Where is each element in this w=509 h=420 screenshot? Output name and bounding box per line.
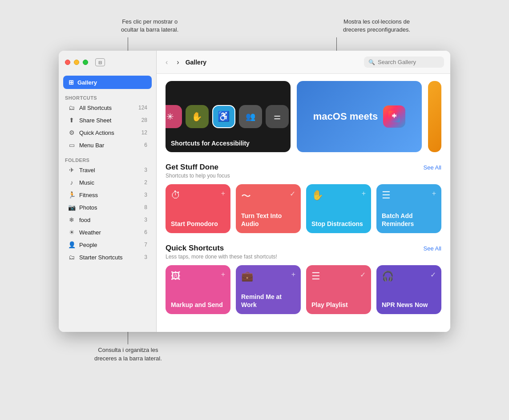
music-label: Music <box>79 179 141 186</box>
accessibility-icon-1: ✳ <box>166 105 182 128</box>
get-stuff-done-see-all[interactable]: See All <box>424 164 441 171</box>
hero-row: ✳ ✋ ♿ 👥 ⚌ + Shortcuts for Accessibility … <box>166 81 441 152</box>
gallery-content: ✳ ✋ ♿ 👥 ⚌ + Shortcuts for Accessibility … <box>157 74 450 332</box>
pomodoro-icon: ⏱ <box>171 190 181 201</box>
bottom-annotation-container: Consulta i organitza les dreceres a la b… <box>59 332 450 362</box>
sidebar-item-menu-bar[interactable]: ▭ Menu Bar 6 <box>61 139 154 151</box>
sidebar-item-food[interactable]: ❄ food 3 <box>61 214 154 226</box>
npr-action: ✓ <box>430 271 436 279</box>
sidebar-item-music[interactable]: ♪ Music 2 <box>61 177 154 188</box>
fitness-icon: 🏃 <box>68 191 76 198</box>
search-icon: 🔍 <box>368 59 375 65</box>
food-count: 3 <box>144 217 147 223</box>
sidebar-item-share-sheet[interactable]: ⬆ Share Sheet 28 <box>61 114 154 126</box>
quick-actions-label: Quick Actions <box>79 129 138 136</box>
remind-icon: 💼 <box>241 271 253 282</box>
markup-icon: 🖼 <box>171 271 181 282</box>
titlebar-sidebar: ⊟ <box>59 51 156 74</box>
text-audio-name: Turn Text Into Audio <box>241 212 295 228</box>
back-button[interactable]: ‹ <box>163 57 170 68</box>
starter-shortcuts-icon: 🗂 <box>68 254 76 261</box>
people-icon: 👤 <box>68 241 76 248</box>
sidebar-toggle-button[interactable]: ⊟ <box>95 58 105 66</box>
card-markup-top: 🖼 + <box>171 271 225 282</box>
callout-line-left <box>128 37 128 51</box>
callout-line-right <box>336 37 337 51</box>
music-count: 2 <box>144 179 147 186</box>
markup-action: + <box>221 271 225 279</box>
fitness-label: Fitness <box>79 192 141 198</box>
card-start-pomodoro[interactable]: ⏱ + Start Pomodoro <box>166 184 230 233</box>
top-right-callout: Mostra les col·leccions de dreceres prec… <box>343 18 410 34</box>
hero-macos[interactable]: macOS meets <box>297 81 422 152</box>
quick-shortcuts-see-all[interactable]: See All <box>424 245 441 252</box>
menu-bar-label: Menu Bar <box>79 142 141 149</box>
people-label: People <box>79 242 141 248</box>
folders-section-label: Folders <box>59 155 156 164</box>
shortcuts-section-label: Shortcuts <box>59 93 156 101</box>
sidebar: ⊟ ⊞ Gallery Shortcuts 🗂 All Shortcuts 12… <box>59 51 157 332</box>
remind-action: + <box>291 271 295 279</box>
food-label: food <box>79 217 141 223</box>
get-stuff-done-header: Get Stuff Done See All <box>166 163 441 172</box>
batch-name: Batch Add Reminders <box>382 212 436 228</box>
quick-shortcuts-section: Quick Shortcuts See All Less taps, more … <box>166 244 441 314</box>
card-text-audio-top: 〜 ✓ <box>241 190 295 203</box>
accessibility-title: Shortcuts for Accessibility <box>171 140 285 147</box>
batch-icon: ☰ <box>382 190 391 201</box>
playlist-icon: ☰ <box>311 271 320 282</box>
music-icon: ♪ <box>68 179 76 186</box>
get-stuff-done-cards: ⏱ + Start Pomodoro 〜 ✓ Turn Text Into Au… <box>166 184 441 233</box>
traffic-light-green[interactable] <box>83 60 88 65</box>
sidebar-item-weather[interactable]: ☀ Weather 6 <box>61 226 154 238</box>
traffic-light-red[interactable] <box>65 60 70 65</box>
bottom-callout: Consulta i organitza les dreceres a la b… <box>94 332 162 362</box>
card-markup-send[interactable]: 🖼 + Markup and Send <box>166 265 230 314</box>
bottom-callout-line <box>128 332 128 344</box>
card-playlist-top: ☰ ✓ <box>311 271 366 282</box>
sidebar-item-travel[interactable]: ✈ Travel 3 <box>61 164 154 176</box>
starter-shortcuts-label: Starter Shortcuts <box>79 254 141 261</box>
main-content: ‹ › Gallery 🔍 ✳ ✋ ♿ 👥 ⚌ <box>157 51 450 332</box>
card-batch-add-reminders[interactable]: ☰ + Batch Add Reminders <box>376 184 441 233</box>
sidebar-item-quick-actions[interactable]: ⚙ Quick Actions 12 <box>61 127 154 138</box>
hero-partial <box>428 81 441 152</box>
sidebar-item-photos[interactable]: 📷 Photos 8 <box>61 202 154 213</box>
playlist-name: Play Playlist <box>311 301 366 309</box>
travel-label: Travel <box>79 167 141 174</box>
text-audio-icon: 〜 <box>241 190 251 203</box>
card-remind-top: 💼 + <box>241 271 295 282</box>
accessibility-icon-5: ⚌ <box>266 105 289 128</box>
traffic-light-yellow[interactable] <box>74 60 79 65</box>
people-count: 7 <box>144 242 147 248</box>
stop-dist-action: + <box>362 190 366 198</box>
card-npr-top: 🎧 ✓ <box>382 271 436 282</box>
weather-label: Weather <box>79 229 141 236</box>
menu-bar-count: 6 <box>144 142 147 148</box>
card-stop-dist-top: ✋ + <box>311 190 366 201</box>
batch-action: + <box>432 190 436 198</box>
card-play-playlist[interactable]: ☰ ✓ Play Playlist <box>306 265 371 314</box>
card-stop-distractions[interactable]: ✋ + Stop Distractions <box>306 184 371 233</box>
quick-shortcuts-title: Quick Shortcuts <box>166 244 224 253</box>
sidebar-item-fitness[interactable]: 🏃 Fitness 3 <box>61 189 154 201</box>
card-npr-news[interactable]: 🎧 ✓ NPR News Now <box>376 265 441 314</box>
hero-accessibility[interactable]: ✳ ✋ ♿ 👥 ⚌ + Shortcuts for Accessibility <box>166 81 291 152</box>
card-turn-text-audio[interactable]: 〜 ✓ Turn Text Into Audio <box>236 184 301 233</box>
forward-button[interactable]: › <box>174 57 182 68</box>
menu-bar-icon: ▭ <box>68 141 76 149</box>
photos-count: 8 <box>144 204 147 210</box>
sidebar-item-all-shortcuts[interactable]: 🗂 All Shortcuts 124 <box>61 102 154 113</box>
pomodoro-action: + <box>221 190 225 198</box>
card-pomodoro-top: ⏱ + <box>171 190 225 201</box>
travel-icon: ✈ <box>68 166 76 174</box>
weather-count: 6 <box>144 229 147 235</box>
sidebar-item-starter-shortcuts[interactable]: 🗂 Starter Shortcuts 3 <box>61 251 154 263</box>
fitness-count: 3 <box>144 192 147 198</box>
weather-icon: ☀ <box>68 229 76 236</box>
card-remind-work[interactable]: 💼 + Remind Me at Work <box>236 265 301 314</box>
text-audio-action: ✓ <box>290 190 295 198</box>
sidebar-item-people[interactable]: 👤 People 7 <box>61 239 154 250</box>
gallery-button[interactable]: ⊞ Gallery <box>63 76 152 89</box>
search-input[interactable] <box>378 59 440 65</box>
